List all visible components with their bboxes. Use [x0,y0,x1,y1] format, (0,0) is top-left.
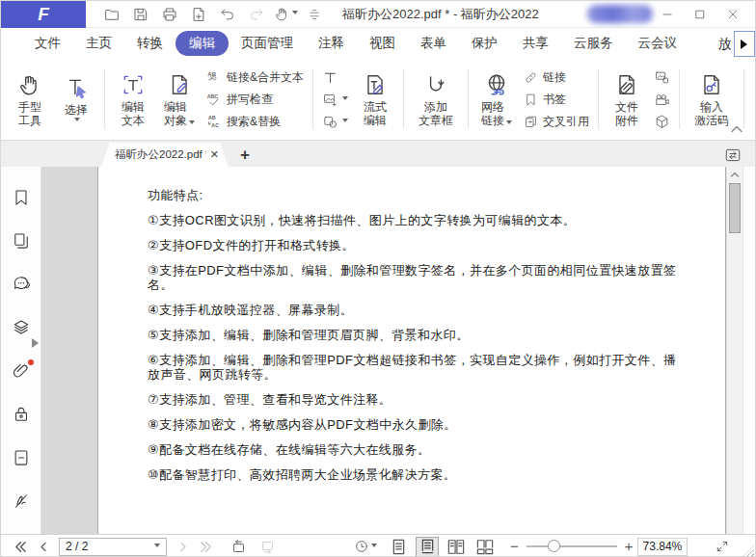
single-page-view-button[interactable] [387,537,410,557]
zoom-in-button[interactable]: + [625,542,634,551]
insert-video-button[interactable] [654,92,670,108]
page-number-input[interactable]: 2 / 2 [59,538,167,556]
link-merge-text-button[interactable]: AB 链接&合并文本 [206,69,304,86]
add-shape-button[interactable] [322,114,348,130]
vertical-scrollbar[interactable] [726,167,742,534]
menu-page-organize[interactable]: 页面管理 [229,31,306,56]
facing-continuous-view-button[interactable] [473,537,497,557]
comments-panel-button[interactable] [11,275,32,294]
fullscreen-button[interactable] [711,537,734,556]
enter-activation-code-button[interactable]: 输入 激活码 [685,72,739,127]
collapse-ribbon-button[interactable] [730,124,743,134]
signature-panel-button[interactable] [11,491,32,511]
document-tab[interactable]: 福昕办公2022.pdf * ✕ [101,143,229,167]
security-lock-icon [12,405,31,424]
cross-reference-button[interactable]: 交叉引用 [524,114,589,130]
next-page-button[interactable] [171,537,194,556]
hand-tool-button[interactable]: 手型 工具 [7,72,53,127]
zoom-slider[interactable] [526,545,617,547]
search-replace-button[interactable]: ABAC 搜索&替换 [206,114,304,130]
spell-check-button[interactable]: ABC 拼写检查 [206,92,304,108]
page-number-caret-icon [154,544,160,550]
facing-view-button[interactable] [445,537,468,557]
zoom-out-button[interactable]: − [510,542,519,551]
customize-quick-access-icon [308,8,321,21]
edit-text-button[interactable]: 编辑 文本 [110,72,156,127]
menu-convert[interactable]: 转换 [124,31,176,56]
first-page-button[interactable] [9,537,32,556]
select-tool-button[interactable]: 选择 [53,75,99,124]
first-page-icon [14,541,28,553]
open-button[interactable] [97,3,126,26]
menu-share[interactable]: 共享 [510,31,561,56]
minimize-button[interactable] [651,1,684,28]
tab-close-icon[interactable]: ✕ [210,148,219,161]
continuous-view-button[interactable] [416,537,439,557]
close-button[interactable] [716,1,749,28]
previous-page-button[interactable] [32,537,55,556]
file-attachment-icon [614,72,639,97]
foxit-logo[interactable]: F [1,1,86,28]
bookmark-button[interactable]: 书签 [524,92,589,108]
bookmark-panel-button[interactable] [11,188,32,207]
ribbon-toolbar: 手型 工具 选择 编辑 文本 编辑 对象 AB 链接&合并文本 ABC 拼写检查 [1,59,755,141]
menu-form[interactable]: 表单 [408,31,459,56]
comments-panel-icon [12,275,31,294]
attachments-panel-button[interactable] [11,361,32,381]
menu-cloud-meeting[interactable]: 云会议 [626,31,690,56]
assistant-mode-button[interactable] [354,537,377,556]
web-link-button[interactable]: 网络 链接 [473,72,520,127]
menu-edit[interactable]: 编辑 [176,31,229,56]
menu-home[interactable]: 主页 [73,31,124,56]
page-thumbnails-button[interactable] [11,231,32,251]
add-article-box-button[interactable]: 添加 文章框 [409,72,463,127]
layers-panel-button[interactable] [11,318,32,337]
hand-mode-button[interactable] [271,3,300,26]
zoom-slider-thumb[interactable] [548,540,560,552]
menu-protect[interactable]: 保护 [459,31,510,56]
undo-button[interactable] [213,3,242,26]
add-image-button[interactable] [322,92,348,108]
menu-view[interactable]: 视图 [357,31,408,56]
customize-quick-access-button[interactable] [300,3,329,26]
insert-3d-button[interactable] [654,114,670,130]
edit-object-label: 编辑 对象 [164,100,187,127]
bookmark-label: 书签 [543,92,566,108]
account-avatar[interactable] [587,5,653,23]
menu-scroll-right-button[interactable] [734,31,755,57]
link-button[interactable]: 链接 [524,69,589,86]
zoom-level-input[interactable]: 73.84% [637,538,688,556]
save-button[interactable] [126,3,155,26]
window-resize-grip[interactable] [742,545,754,557]
flow-edit-button[interactable]: 流式 编辑 [352,72,398,127]
scrollbar-thumb[interactable] [729,183,741,233]
new-document-button[interactable] [184,3,213,26]
reading-mode-toggle-button[interactable] [724,147,742,163]
pdf-page[interactable]: 功能特点: ①支持OCR图文识别，快速将扫描件、图片上的文字转换为可编辑的文本。… [97,167,726,534]
edit-object-button[interactable]: 编辑 对象 [156,72,202,127]
menu-cloud-service[interactable]: 云服务 [561,31,626,56]
previous-page-icon [38,541,50,553]
destinations-panel-button[interactable] [11,448,32,467]
add-text-button[interactable] [322,69,348,86]
menu-file[interactable]: 文件 [22,31,73,56]
add-shape-caret-icon [342,119,348,125]
security-panel-button[interactable] [11,405,32,424]
file-attachment-button[interactable]: 文件 附件 [604,72,650,127]
new-page-icon [190,6,207,23]
menu-comment[interactable]: 注释 [306,31,357,56]
bookmark-icon [524,93,538,107]
previous-view-button[interactable] [227,537,250,556]
maximize-button[interactable] [684,1,716,28]
print-button[interactable] [155,3,184,26]
expand-arrows-icon [715,539,730,554]
search-replace-label: 搜索&替换 [227,114,281,130]
link-merge-icon: AB [206,69,222,85]
new-tab-button[interactable]: + [240,146,250,164]
next-view-button[interactable] [256,537,279,556]
last-page-button[interactable] [194,537,217,556]
insert-image-button[interactable] [654,69,670,86]
redo-button[interactable] [242,3,271,26]
scroll-up-button[interactable] [730,171,740,178]
redo-icon [248,6,265,23]
